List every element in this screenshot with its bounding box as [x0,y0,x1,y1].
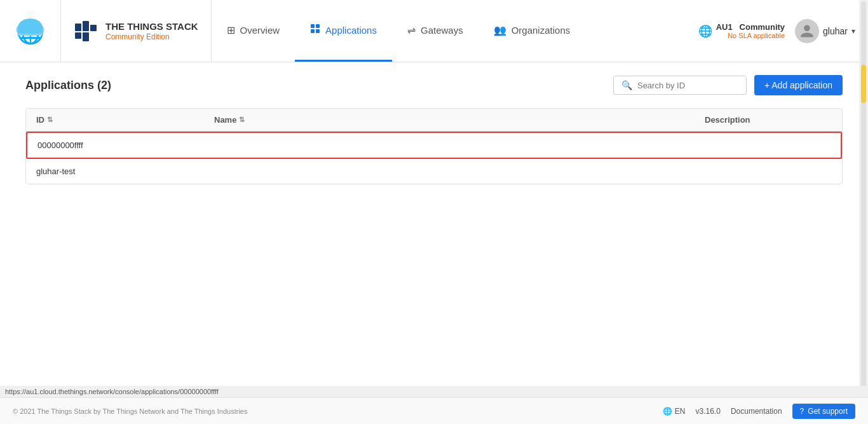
user-info[interactable]: gluhar ▾ [795,19,855,43]
brand-section: THE THINGS STACK Community Edition [61,0,212,62]
logo-section: 🌐 [0,0,61,62]
brand-logo-icon [74,18,99,44]
cell-id: gluhar-test [36,167,214,176]
overview-icon: ⊞ [227,24,235,36]
brand-title: THE THINGS STACK [105,21,198,32]
cell-name [215,140,703,150]
cell-id: 00000000ffff [37,140,215,150]
svg-rect-8 [18,29,43,33]
sla-label: No SLA applicable [716,32,785,39]
header-right: 🌐 AU1 Community No SLA applicable gluhar… [686,0,868,62]
nav-item-applications[interactable]: Applications [295,0,392,62]
footer-copyright: © 2021 The Things Stack by The Things Ne… [13,407,247,415]
username-label: gluhar [823,26,848,36]
nav-label-overview: Overview [240,25,280,36]
toolbar-right: 🔍 + Add application [613,75,843,95]
add-application-button[interactable]: + Add application [754,75,843,95]
page-title: Applications (2) [25,79,111,92]
status-url: https://au1.cloud.thethings.network/cons… [5,388,219,395]
svg-rect-16 [311,29,315,33]
svg-rect-11 [90,25,97,31]
table-row[interactable]: 00000000ffff [26,132,842,159]
col-header-description: Description [705,115,832,125]
cell-description [703,140,831,150]
svg-rect-10 [83,21,89,31]
support-question-icon: ? [800,407,804,416]
table-header: ID ⇅ Name ⇅ Description [26,109,842,132]
avatar[interactable] [795,19,819,43]
main-content: Applications (2) 🔍 + Add application ID … [0,62,868,197]
main-nav: ⊞ Overview Applications ⇌ Gateways 👥 Org… [212,0,686,62]
header: 🌐 THE THINGS STACK Community Edition [0,0,868,62]
brand-subtitle: Community Edition [105,32,198,41]
scrollbar-thumb[interactable] [861,65,866,103]
applications-table: ID ⇅ Name ⇅ Description 00000000ffff [25,108,843,184]
footer-right: 🌐 EN v3.16.0 Documentation ? Get support [663,404,855,419]
svg-rect-9 [75,24,81,31]
svg-rect-17 [316,29,320,33]
applications-icon [310,24,320,36]
footer: © 2021 The Things Stack by The Things Ne… [0,397,868,424]
col-header-name: Name ⇅ [214,115,705,125]
scrollbar[interactable] [859,0,868,424]
nav-label-organizations: Organizations [512,25,571,36]
search-box[interactable]: 🔍 [613,76,747,95]
col-header-id: ID ⇅ [36,115,214,125]
search-input[interactable] [637,81,738,90]
region-text: AU1 Community No SLA applicable [716,22,785,39]
nav-label-applications: Applications [325,25,377,36]
svg-rect-14 [311,24,315,28]
ttn-logo-icon: 🌐 [13,13,48,48]
nav-item-gateways[interactable]: ⇌ Gateways [392,0,478,62]
svg-rect-15 [316,24,320,28]
footer-version: v3.16.0 [696,407,721,416]
status-bar: https://au1.cloud.thethings.network/cons… [0,386,868,397]
cell-name [214,167,705,176]
footer-documentation-link[interactable]: Documentation [731,407,782,416]
toolbar: Applications (2) 🔍 + Add application [25,75,843,95]
nav-item-organizations[interactable]: 👥 Organizations [478,0,586,62]
name-sort-icon[interactable]: ⇅ [239,116,245,124]
scrollbar-track [861,1,866,423]
footer-locale[interactable]: 🌐 EN [663,407,686,416]
table-row[interactable]: gluhar-test [26,159,842,184]
get-support-button[interactable]: ? Get support [792,404,855,419]
organizations-icon: 👥 [494,24,506,36]
search-icon: 🔍 [621,80,632,90]
nav-label-gateways: Gateways [421,25,463,36]
cell-description [705,167,832,176]
user-avatar-icon [799,24,815,39]
nav-item-overview[interactable]: ⊞ Overview [212,0,295,62]
id-sort-icon[interactable]: ⇅ [47,116,53,124]
brand-text: THE THINGS STACK Community Edition [105,21,198,41]
svg-rect-13 [83,32,89,41]
region-info[interactable]: 🌐 AU1 Community No SLA applicable [698,22,785,39]
region-label: AU1 Community [716,22,785,32]
user-chevron-icon: ▾ [851,27,855,36]
svg-rect-12 [75,32,81,39]
footer-globe-icon: 🌐 [663,407,672,416]
globe-icon: 🌐 [698,24,712,38]
gateways-icon: ⇌ [407,24,416,36]
